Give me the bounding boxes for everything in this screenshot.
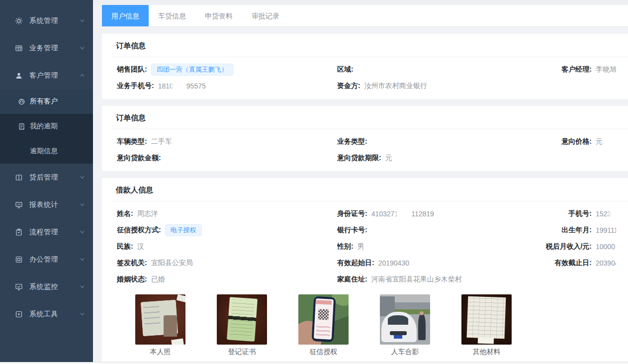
sidebar-item-label: 流程管理	[29, 228, 80, 237]
field-account-manager: 客户经理: 李晓旭	[536, 65, 616, 74]
sidebar-item-label: 报表统计	[29, 200, 80, 209]
field-ethnicity: 民族: 汉	[117, 242, 337, 251]
photo-caption: 登记证书	[217, 348, 267, 357]
field-vehicle-type: 车辆类型: 二手车	[117, 137, 337, 146]
photo-item: 人车合影	[380, 294, 430, 357]
field-marital-status: 婚姻状态: 已婚	[117, 275, 337, 284]
sidebar-item-process-management[interactable]: 流程管理	[0, 218, 93, 246]
field-monthly-income: 税后月收入/元: 10000	[536, 242, 616, 251]
gear-icon	[15, 17, 23, 25]
sidebar-item-business-management[interactable]: 业务管理	[0, 34, 93, 62]
book-icon	[15, 174, 23, 182]
sidebar-item-label: 贷后管理	[29, 173, 80, 182]
chevron-down-icon	[80, 45, 85, 51]
photo-item: 登记证书	[217, 294, 267, 357]
chevron-down-icon	[80, 202, 85, 207]
toolbox-icon	[15, 310, 23, 318]
chevron-down-icon	[80, 18, 85, 23]
detail-tabs: 用户信息 车贷信息 申贷资料 审批记录	[102, 5, 628, 27]
field-gender: 性别: 男	[337, 242, 536, 251]
credit-auth-qr-photo-thumbnail[interactable]	[298, 294, 349, 345]
photo-caption: 征信授权	[298, 348, 349, 357]
redaction-blur	[398, 210, 411, 217]
photo-caption: 人车合影	[380, 348, 430, 357]
redaction-blur	[174, 83, 186, 90]
field-intended-loan-term: 意向贷款期限: 元	[337, 154, 536, 163]
sidebar-item-system-management[interactable]: 系统管理	[0, 7, 93, 34]
photo-caption: 其他材料	[461, 348, 512, 357]
photo-item: 本人照	[135, 294, 185, 357]
sidebar-item-label: 业务管理	[29, 44, 80, 53]
person-with-car-photo-thumbnail[interactable]	[380, 294, 430, 345]
sidebar-item-office-management[interactable]: 办公管理	[0, 246, 93, 273]
field-business-phone: 业务手机号: 181095575	[117, 82, 337, 91]
credit-auth-tag[interactable]: 电子授权	[165, 224, 202, 236]
field-sales-team: 销售团队: 四团一营（直属王鹏飞）	[117, 64, 337, 76]
field-intended-price: 意向价格: 元	[536, 137, 616, 146]
chevron-down-icon	[80, 229, 85, 235]
document-icon	[18, 123, 25, 130]
field-id-number: 身份证号: 4103271112819	[337, 209, 536, 218]
chevron-down-icon	[80, 311, 85, 317]
customer-management-submenu: 所有客户 我的逾期 逾期信息	[0, 89, 93, 164]
field-business-type: 业务类型:	[337, 137, 536, 146]
photo-item: 其他材料	[461, 294, 512, 357]
order-info-card-2: 订单信息 车辆类型: 二手车 业务类型: 意向价格: 元 意向贷款金额	[102, 106, 628, 171]
sidebar-item-system-tools[interactable]: 系统工具	[0, 300, 93, 328]
sidebar-subitem-label: 逾期信息	[30, 147, 58, 156]
id-card-photo-thumbnail[interactable]	[135, 294, 185, 345]
field-region: 区域:	[337, 65, 536, 74]
section-title: 借款人信息	[102, 178, 628, 201]
field-home-address: 家庭住址: 河南省宜阳县花果山乡木柴村	[337, 275, 536, 284]
sidebar-subitem-my-overdue[interactable]: 我的逾期	[0, 114, 93, 139]
field-bank-card: 银行卡号:	[337, 226, 536, 235]
sidebar-item-label: 办公管理	[29, 255, 80, 264]
field-valid-from: 有效起始日: 20190430	[337, 259, 536, 268]
tab-approval-records[interactable]: 审批记录	[242, 5, 289, 26]
sidebar-item-report-statistics[interactable]: 报表统计	[0, 191, 93, 218]
field-issuing-authority: 签发机关: 宜阳县公安局	[117, 259, 337, 268]
sales-team-tag[interactable]: 四团一营（直属王鹏飞）	[151, 64, 233, 76]
registration-booklet-photo-thumbnail[interactable]	[217, 294, 267, 345]
horizontal-scrollbar-track[interactable]	[0, 362, 628, 364]
field-mobile: 手机号: 15236137	[536, 209, 616, 218]
chevron-down-icon	[80, 175, 85, 180]
chevron-down-icon	[80, 257, 85, 262]
section-title: 订单信息	[102, 106, 628, 129]
document-photo-thumbnail[interactable]	[461, 294, 512, 345]
grid-icon	[15, 44, 23, 52]
sidebar-item-label: 系统管理	[29, 16, 80, 25]
chevron-up-icon	[80, 73, 85, 78]
order-info-card-1: 订单信息 销售团队: 四团一营（直属王鹏飞） 区域: 客户经理: 李晓旭	[102, 34, 628, 99]
tab-user-info[interactable]: 用户信息	[102, 5, 149, 26]
field-birth-date: 出生年月: 19911111	[536, 226, 616, 235]
chevron-down-icon	[80, 284, 85, 289]
tab-car-loan-info[interactable]: 车贷信息	[149, 5, 195, 26]
sidebar-subitem-label: 所有客户	[30, 97, 58, 106]
sidebar-item-label: 系统监控	[29, 282, 80, 291]
monitor-check-icon	[15, 283, 23, 291]
top-strip	[93, 0, 628, 5]
clipboard-icon	[15, 228, 23, 236]
sidebar-subitem-label: 我的逾期	[30, 122, 58, 131]
main-content: 用户信息 车贷信息 申贷资料 审批记录 订单信息 销售团队: 四团一营（直属王鹏…	[93, 0, 628, 364]
sidebar-item-label: 系统工具	[29, 310, 80, 319]
redaction-blur	[611, 210, 616, 217]
field-name: 姓名: 周志洋	[117, 209, 337, 218]
sidebar-subitem-all-customers[interactable]: 所有客户	[0, 89, 93, 114]
sidebar: 系统管理 业务管理 客户管理 所有客户	[0, 0, 93, 364]
sidebar-item-system-monitoring[interactable]: 系统监控	[0, 273, 93, 300]
sidebar-item-post-loan-management[interactable]: 贷后管理	[0, 164, 93, 191]
monitor-icon	[15, 201, 23, 209]
sidebar-subitem-overdue-info[interactable]: 逾期信息	[0, 139, 93, 164]
borrower-info-card: 借款人信息 姓名: 周志洋 身份证号: 4103271112819 手机号: 1…	[102, 178, 628, 362]
borrower-photos: 本人照 登记证书 征信授权	[117, 287, 616, 357]
photo-item: 征信授权	[298, 294, 349, 357]
photo-caption: 本人照	[135, 348, 185, 357]
sidebar-item-label: 客户管理	[29, 71, 80, 80]
section-title: 订单信息	[102, 34, 628, 57]
tab-loan-application-docs[interactable]: 申贷资料	[195, 5, 242, 26]
field-funder: 资金方: 汝州市农村商业银行	[337, 82, 536, 91]
field-valid-to: 有效截止日: 20390430	[536, 259, 616, 268]
sidebar-item-customer-management[interactable]: 客户管理	[0, 62, 93, 89]
